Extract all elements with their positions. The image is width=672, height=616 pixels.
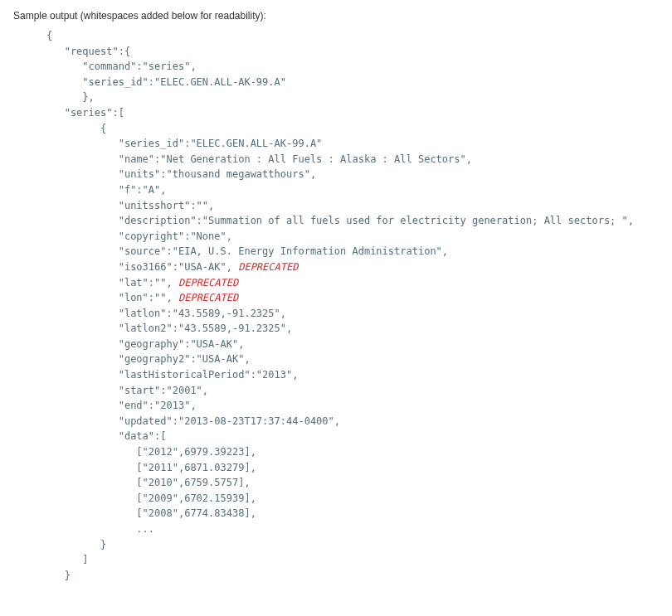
code-line: "source":"EIA, U.S. Energy Information A… [46,245,448,257]
code-line: ["2011",6871.03279], [46,462,256,473]
code-line: "latlon":"43.5589,-91.2325", [46,308,286,319]
code-line: "command":"series", [46,61,197,72]
code-line: ] [46,554,89,565]
code-line: "updated":"2013-08-23T17:37:44-0400", [46,415,340,427]
code-line: } [46,570,71,581]
code-line: "lat":"", [46,277,178,289]
code-line: "name":"Net Generation : All Fuels : Ala… [46,153,472,165]
code-line: ["2012",6979.39223], [46,446,256,458]
code-line: "lon":"", [46,292,178,303]
code-line: "end":"2013", [46,400,197,411]
code-line: "series":[ [46,107,124,119]
deprecated-label: DEPRECATED [178,292,238,303]
deprecated-label: DEPRECATED [238,261,298,273]
code-line: "latlon2":"43.5589,-91.2325", [46,323,292,334]
code-line: "series_id":"ELEC.GEN.ALL-AK-99.A" [46,76,286,88]
code-line: "series_id":"ELEC.GEN.ALL-AK-99.A" [46,138,322,149]
code-line: "geography2":"USA-AK", [46,353,251,365]
code-line: "geography":"USA-AK", [46,338,244,350]
code-line: "iso3166":"USA-AK", [46,261,238,273]
code-line: ["2009",6702.15939], [46,492,256,504]
code-line: "unitsshort":"", [46,200,214,211]
sample-output-heading: Sample output (whitespaces added below f… [13,10,659,22]
code-line: { [46,123,106,134]
code-line: "lastHistoricalPeriod":"2013", [46,369,298,381]
code-line: "data":[ [46,430,167,442]
code-line: ... [46,523,154,535]
code-line: "request":{ [46,46,130,57]
code-line: "units":"thousand megawatthours", [46,168,316,180]
code-line: ["2008",6774.83438], [46,507,256,519]
code-line: "copyright":"None", [46,230,232,242]
code-line: }, [46,91,95,103]
code-line: { [46,30,52,41]
code-line: ["2010",6759.5757], [46,477,251,488]
sample-output-code: { "request":{ "command":"series", "serie… [13,28,659,583]
deprecated-label: DEPRECATED [178,277,238,289]
code-line: "start":"2001", [46,385,208,396]
code-line: } [46,539,106,551]
code-line: "f":"A", [46,184,167,196]
code-line: "description":"Summation of all fuels us… [46,215,634,226]
